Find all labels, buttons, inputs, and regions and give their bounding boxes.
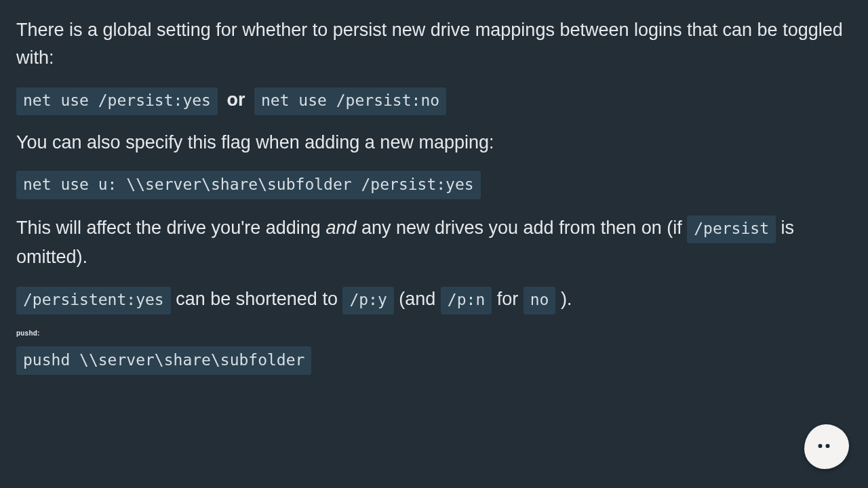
code-block-pushd: pushd \\server\share\subfolder bbox=[16, 346, 311, 375]
paragraph-shortened: /persistent:yes can be shortened to /p:y… bbox=[16, 285, 852, 314]
persist-toggle-line: net use /persist:yes or net use /persist… bbox=[16, 86, 852, 115]
text-and-italic: and bbox=[326, 218, 356, 238]
code-no: no bbox=[524, 287, 556, 314]
paragraph-specify-flag: You can also specify this flag when addi… bbox=[16, 129, 852, 157]
code-p-y: /p:y bbox=[342, 287, 393, 314]
heading-pushd: pushd: bbox=[16, 329, 852, 337]
document-page: There is a global setting for whether to… bbox=[0, 0, 868, 488]
text-shortened-post: ). bbox=[555, 289, 572, 309]
text-effect-mid: any new drives you add from then on (if bbox=[356, 218, 687, 238]
paragraph-effect: This will affect the drive you're adding… bbox=[16, 214, 852, 270]
label-or: or bbox=[226, 89, 245, 110]
code-persist-flag: /persist bbox=[687, 216, 776, 243]
code-persist-no: net use /persist:no bbox=[254, 87, 446, 115]
text-shortened-mid2: (and bbox=[394, 289, 441, 309]
text-shortened-mid3: for bbox=[492, 289, 524, 309]
text-effect-pre: This will affect the drive you're adding bbox=[16, 218, 326, 238]
code-persistent-yes: /persistent:yes bbox=[16, 287, 171, 314]
code-p-n: /p:n bbox=[441, 287, 492, 314]
chat-widget[interactable] bbox=[804, 424, 849, 469]
code-persist-yes: net use /persist:yes bbox=[16, 87, 218, 115]
chat-avatar-eyes bbox=[818, 444, 830, 448]
text-shortened-mid1: can be shortened to bbox=[171, 289, 343, 309]
paragraph-intro: There is a global setting for whether to… bbox=[16, 16, 852, 71]
code-block-net-use: net use u: \\server\share\subfolder /per… bbox=[16, 171, 481, 199]
